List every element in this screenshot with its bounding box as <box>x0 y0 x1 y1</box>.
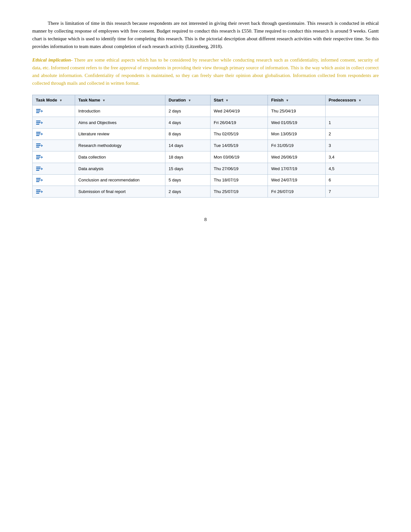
svg-rect-14 <box>36 147 39 148</box>
task-mode-icon <box>36 131 43 137</box>
task-mode-icon <box>36 120 43 126</box>
table-row: Aims and Objectives4 daysFri 26/04/19Wed… <box>33 117 379 128</box>
svg-marker-19 <box>41 156 43 159</box>
table-row: Conclusion and recommendation5 daysThu 1… <box>33 174 379 186</box>
task-mode-icon <box>36 154 43 160</box>
duration-cell: 15 days <box>165 163 210 174</box>
svg-rect-6 <box>36 124 39 125</box>
col-header-task-mode[interactable]: Task Mode ▼ <box>33 95 75 105</box>
task-mode-icon <box>36 189 43 195</box>
svg-marker-23 <box>41 168 43 170</box>
duration-cell: 2 days <box>165 105 210 117</box>
svg-rect-2 <box>36 112 39 113</box>
svg-rect-21 <box>36 168 41 169</box>
task-mode-icon <box>36 166 43 172</box>
task-mode-cell <box>33 105 75 117</box>
svg-rect-10 <box>36 135 39 136</box>
start-cell: Thu 18/07/19 <box>210 174 268 186</box>
table-row: Research methodology14 daysTue 14/05/19F… <box>33 140 379 151</box>
svg-rect-8 <box>36 132 41 133</box>
page-content: There is limitation of time in this rese… <box>32 19 379 222</box>
table-row: Submission of final report2 daysThu 25/0… <box>33 186 379 198</box>
task-mode-sort-arrow: ▼ <box>59 99 63 102</box>
task-mode-cell <box>33 140 75 151</box>
svg-rect-17 <box>36 157 41 158</box>
task-name-sort-arrow: ▼ <box>102 99 105 102</box>
svg-marker-15 <box>41 144 43 147</box>
main-paragraph: There is limitation of time in this rese… <box>32 19 379 50</box>
task-mode-cell <box>33 186 75 198</box>
col-header-predecessors[interactable]: Predecessors ▼ <box>325 95 379 105</box>
start-cell: Wed 24/04/19 <box>210 105 268 117</box>
task-mode-icon <box>36 142 43 149</box>
predecessors-cell: 7 <box>325 186 379 198</box>
task-name-cell: Introduction <box>75 105 165 117</box>
finish-cell: Wed 01/05/19 <box>268 117 325 128</box>
svg-rect-20 <box>36 167 41 168</box>
col-header-start[interactable]: Start ▼ <box>210 95 268 105</box>
start-sort-arrow: ▼ <box>225 99 229 102</box>
svg-rect-30 <box>36 193 39 194</box>
page-number: 8 <box>32 217 379 222</box>
task-mode-cell <box>33 117 75 128</box>
task-mode-cell <box>33 128 75 140</box>
svg-rect-1 <box>36 111 41 111</box>
svg-rect-26 <box>36 181 39 182</box>
predecessors-cell <box>325 105 379 117</box>
col-header-task-name[interactable]: Task Name ▼ <box>75 95 165 105</box>
task-name-cell: Data collection <box>75 151 165 163</box>
table-row: Literature review8 daysThu 02/05/19Mon 1… <box>33 128 379 140</box>
finish-cell: Wed 24/07/19 <box>268 174 325 186</box>
svg-rect-28 <box>36 189 41 190</box>
start-cell: Fri 26/04/19 <box>210 117 268 128</box>
predecessors-cell: 6 <box>325 174 379 186</box>
duration-cell: 18 days <box>165 151 210 163</box>
col-header-duration[interactable]: Duration ▼ <box>165 95 210 105</box>
finish-sort-arrow: ▼ <box>286 99 289 102</box>
table-header-row: Task Mode ▼ Task Name ▼ Duration ▼ Start… <box>33 95 379 105</box>
finish-cell: Wed 26/06/19 <box>268 151 325 163</box>
finish-cell: Wed 17/07/19 <box>268 163 325 174</box>
svg-rect-5 <box>36 122 41 123</box>
start-cell: Thu 27/06/19 <box>210 163 268 174</box>
start-cell: Thu 02/05/19 <box>210 128 268 140</box>
svg-marker-7 <box>41 121 43 124</box>
predecessors-sort-arrow: ▼ <box>358 99 361 102</box>
finish-cell: Fri 26/07/19 <box>268 186 325 198</box>
col-header-finish[interactable]: Finish ▼ <box>268 95 325 105</box>
svg-rect-29 <box>36 191 41 192</box>
duration-cell: 5 days <box>165 174 210 186</box>
duration-cell: 14 days <box>165 140 210 151</box>
task-name-cell: Literature review <box>75 128 165 140</box>
predecessors-cell: 3 <box>325 140 379 151</box>
start-cell: Tue 14/05/19 <box>210 140 268 151</box>
gantt-table: Task Mode ▼ Task Name ▼ Duration ▼ Start… <box>32 95 379 198</box>
svg-marker-3 <box>41 110 43 112</box>
svg-rect-13 <box>36 145 41 146</box>
start-cell: Thu 25/07/19 <box>210 186 268 198</box>
task-mode-icon <box>36 108 43 114</box>
task-name-cell: Aims and Objectives <box>75 117 165 128</box>
task-name-cell: Data analysis <box>75 163 165 174</box>
ethical-body: There are some ethical aspects which has… <box>32 57 379 86</box>
svg-marker-11 <box>41 133 43 135</box>
ethical-paragraph: Ethical implication- There are some ethi… <box>32 56 379 87</box>
predecessors-cell: 4,5 <box>325 163 379 174</box>
svg-rect-0 <box>36 109 41 110</box>
task-mode-cell <box>33 151 75 163</box>
svg-rect-24 <box>36 178 41 179</box>
table-row: Introduction2 daysWed 24/04/19Thu 25/04/… <box>33 105 379 117</box>
svg-marker-27 <box>41 179 43 181</box>
duration-sort-arrow: ▼ <box>188 99 191 102</box>
duration-cell: 8 days <box>165 128 210 140</box>
gantt-table-wrapper: Task Mode ▼ Task Name ▼ Duration ▼ Start… <box>32 95 379 198</box>
start-cell: Mon 03/06/19 <box>210 151 268 163</box>
predecessors-cell: 2 <box>325 128 379 140</box>
task-mode-cell <box>33 174 75 186</box>
predecessors-cell: 1 <box>325 117 379 128</box>
svg-rect-4 <box>36 121 41 121</box>
svg-rect-16 <box>36 155 41 156</box>
svg-rect-18 <box>36 158 39 159</box>
finish-cell: Fri 31/05/19 <box>268 140 325 151</box>
predecessors-cell: 3,4 <box>325 151 379 163</box>
